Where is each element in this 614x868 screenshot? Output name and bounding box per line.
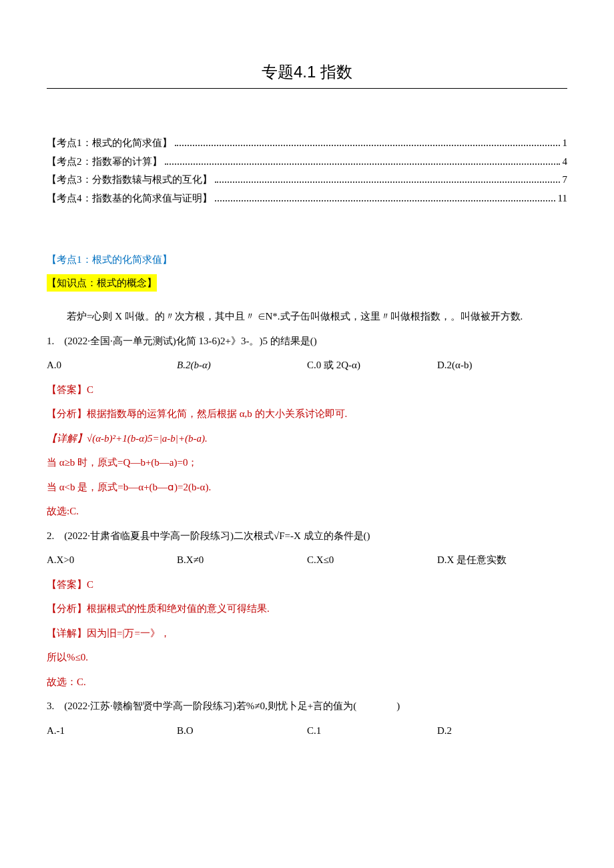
toc-label: 【考点3：分数指数辕与根式的互化】 xyxy=(47,172,212,187)
options-row: A.0 B.2(b-α) C.0 或 2Q-α) D.2(α-b) xyxy=(47,358,567,373)
toc-item: 【考点3：分数指数辕与根式的互化】 7 xyxy=(47,172,567,187)
answer-label: 【答案】C xyxy=(47,382,567,398)
concept-text: 若炉=心则 X 叫做。的〃次方根，其中且〃 ∈N*.式子缶叫做根式，这里〃叫做根… xyxy=(47,309,567,324)
toc-page: 7 xyxy=(563,172,568,187)
toc-item: 【考点2：指数幂的计算】 4 xyxy=(47,154,567,169)
option-d: D.2(α-b) xyxy=(437,358,567,373)
knowledge-point-label: 【知识点：根式的概念】 xyxy=(47,274,157,292)
option-d: D.2 xyxy=(437,723,567,739)
toc-label: 【考点4：指数基的化简求值与证明】 xyxy=(47,191,212,206)
options-row: A.X>0 B.X≠0 C.X≤0 D.X 是任意实数 xyxy=(47,552,567,568)
option-c: C.1 xyxy=(307,723,437,739)
toc-leader xyxy=(175,138,560,147)
option-b: B.2(b-α) xyxy=(177,358,307,373)
option-b: B.X≠0 xyxy=(177,552,307,568)
case-text: 当 α≥b 时，原式=Q—b+(b—a)=0； xyxy=(47,455,567,470)
option-b: B.O xyxy=(177,723,307,739)
option-d: D.X 是任意实数 xyxy=(437,552,567,568)
page-title: 专题4.1 指数 xyxy=(262,60,352,84)
table-of-contents: 【考点1：根式的化简求值】 1 【考点2：指数幂的计算】 4 【考点3：分数指数… xyxy=(47,135,567,205)
option-c: C.X≤0 xyxy=(307,552,437,568)
option-c: C.0 或 2Q-α) xyxy=(307,358,437,373)
detail-text: 【详解】因为旧=|万=一》， xyxy=(47,626,567,641)
analysis-text: 【分析】根据指数辱的运算化简，然后根据 α,b 的大小关系讨论即可. xyxy=(47,406,567,422)
options-row: A.-1 B.O C.1 D.2 xyxy=(47,723,567,739)
toc-page: 1 xyxy=(563,135,568,151)
toc-label: 【考点1：根式的化简求值】 xyxy=(47,135,172,151)
question-stem: 1. (2022·全国·高一单元测试)化简 13-6)2+》3-。)5 的结果是… xyxy=(47,334,567,349)
toc-item: 【考点4：指数基的化简求值与证明】 11 xyxy=(47,191,567,206)
detail-text: 【详解】√(α-b)²+1(b-α)5=|a-b|+(b-a). xyxy=(47,431,567,446)
question-stem: 2. (2022·甘肃省临夏县中学高一阶段练习)二次根式√F=-X 成立的条件是… xyxy=(47,528,567,544)
toc-leader xyxy=(165,156,560,165)
case-text: 当 α<b 是，原式=b—α+(b—ɑ)=2(b-α). xyxy=(47,480,567,495)
option-a: A.X>0 xyxy=(47,552,177,568)
toc-leader xyxy=(215,175,560,183)
toc-page: 4 xyxy=(563,154,568,169)
toc-leader xyxy=(215,193,555,201)
question-stem: 3. (2022·江苏·赣榆智贤中学高一阶段练习)若%≠0,则忧卜足+言的值为(… xyxy=(47,699,567,714)
option-a: A.-1 xyxy=(47,723,177,739)
toc-page: 11 xyxy=(558,191,567,206)
answer-label: 【答案】C xyxy=(47,577,567,592)
section-heading: 【考点1：根式的化简求值】 xyxy=(47,252,567,268)
option-a: A.0 xyxy=(47,358,177,373)
toc-item: 【考点1：根式的化简求值】 1 xyxy=(47,135,567,151)
choose-text: 故选：C. xyxy=(47,675,567,690)
toc-label: 【考点2：指数幂的计算】 xyxy=(47,154,162,169)
choose-text: 故选:C. xyxy=(47,504,567,519)
so-text: 所以%≤0. xyxy=(47,650,567,665)
title-underline xyxy=(47,88,567,89)
analysis-text: 【分析】根据根式的性质和绝对值的意义可得结果. xyxy=(47,601,567,616)
